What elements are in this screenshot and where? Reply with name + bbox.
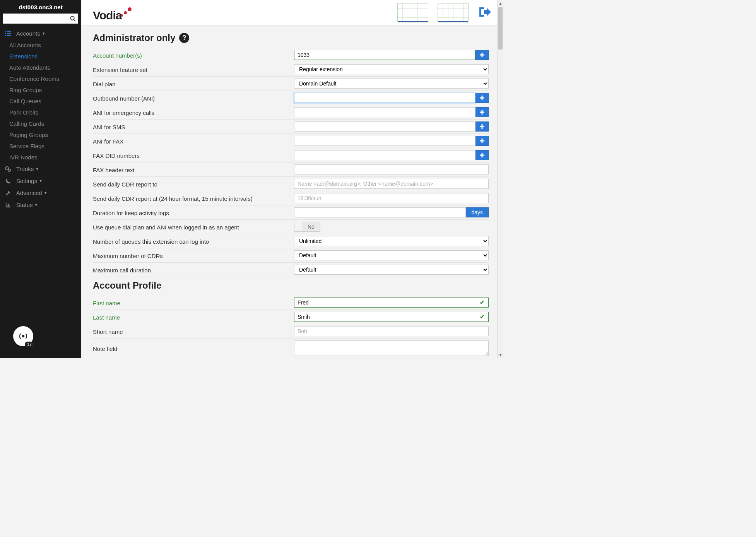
plus-icon bbox=[479, 124, 485, 129]
nav-accounts[interactable]: Accounts ▼ bbox=[0, 27, 81, 39]
nav-settings-label: Settings bbox=[16, 178, 37, 184]
connectivity-count: 17 bbox=[25, 342, 34, 347]
add-outbound-ani-button[interactable] bbox=[475, 93, 489, 103]
nav-advanced-label: Advanced bbox=[16, 190, 42, 196]
calendar-widget-1[interactable] bbox=[397, 3, 428, 22]
ani-emergency-input[interactable] bbox=[294, 107, 475, 117]
max-call-dur-select[interactable]: Default bbox=[294, 265, 489, 275]
sidebar-item-auto-attendants[interactable]: Auto Attendants bbox=[9, 62, 81, 73]
logo-dots-icon bbox=[121, 3, 132, 17]
label-max-cdrs: Maximum number of CDRs bbox=[93, 252, 294, 259]
sidebar-item-paging-groups[interactable]: Paging Groups bbox=[9, 129, 81, 140]
check-icon: ✔ bbox=[480, 299, 485, 306]
label-fax-header: FAX header text bbox=[93, 166, 294, 173]
sidebar-search-input[interactable] bbox=[3, 14, 78, 24]
days-unit: days bbox=[466, 207, 489, 217]
nav-settings[interactable]: Settings ▼ bbox=[0, 175, 81, 187]
caret-down-icon: ▼ bbox=[35, 167, 39, 171]
svg-rect-14 bbox=[10, 205, 10, 207]
svg-rect-23 bbox=[480, 126, 484, 127]
svg-rect-7 bbox=[7, 35, 11, 36]
connectivity-indicator[interactable]: 17 bbox=[13, 326, 33, 346]
account-numbers-input[interactable] bbox=[294, 50, 475, 60]
toggle-empty-segment[interactable] bbox=[294, 222, 302, 231]
vodia-logo: Vodia bbox=[93, 3, 132, 22]
svg-rect-13 bbox=[8, 204, 9, 207]
cdr-to-input[interactable] bbox=[294, 179, 489, 189]
short-name-input[interactable] bbox=[294, 326, 489, 336]
keep-logs-input[interactable] bbox=[294, 207, 466, 217]
logout-button[interactable] bbox=[478, 6, 492, 19]
scroll-area[interactable]: Administrator only ? Account number(s) E… bbox=[81, 26, 503, 358]
sidebar-item-park-orbits[interactable]: Park Orbits bbox=[9, 107, 81, 118]
svg-rect-6 bbox=[5, 35, 6, 36]
label-outbound-ani: Outbound number (ANI) bbox=[93, 94, 294, 102]
plus-icon bbox=[479, 95, 485, 101]
sidebar-item-all-accounts[interactable]: All Accounts bbox=[9, 39, 81, 51]
sidebar-item-calling-cards[interactable]: Calling Cards bbox=[9, 118, 81, 129]
main-area: Vodia bbox=[81, 0, 503, 358]
svg-rect-21 bbox=[480, 112, 484, 113]
svg-rect-25 bbox=[480, 140, 484, 142]
label-account-numbers: Account number(s) bbox=[93, 51, 294, 59]
nav-trunks[interactable]: Trunks ▼ bbox=[0, 163, 81, 175]
logo-text: Vodia bbox=[93, 9, 121, 22]
plus-icon bbox=[479, 109, 485, 115]
sidebar-item-call-queues[interactable]: Call Queues bbox=[9, 96, 81, 107]
label-ani-sms: ANI for SMS bbox=[93, 123, 294, 130]
svg-rect-12 bbox=[7, 205, 8, 207]
toggle-no-segment[interactable]: No bbox=[302, 222, 320, 231]
last-name-input[interactable] bbox=[294, 312, 489, 322]
label-short-name: Short name bbox=[93, 328, 294, 335]
dial-plan-select[interactable]: Domain Default bbox=[294, 79, 489, 89]
help-icon[interactable]: ? bbox=[179, 33, 189, 43]
add-account-number-button[interactable] bbox=[475, 50, 489, 60]
ani-fax-input[interactable] bbox=[294, 136, 475, 146]
sidebar-item-service-flags[interactable]: Service Flags bbox=[9, 140, 81, 152]
calendar-widget-2[interactable] bbox=[438, 3, 469, 22]
queue-dial-plan-toggle[interactable]: No bbox=[294, 222, 320, 232]
sidebar-item-conference-rooms[interactable]: Conference Rooms bbox=[9, 73, 81, 84]
svg-rect-17 bbox=[480, 55, 484, 56]
label-max-call-dur: Maximum call duration bbox=[93, 266, 294, 274]
num-queues-select[interactable]: Unlimited bbox=[294, 236, 489, 246]
label-note-field: Note field bbox=[93, 345, 294, 352]
label-dial-plan: Dial plan bbox=[93, 80, 294, 87]
svg-rect-27 bbox=[480, 155, 484, 156]
max-cdrs-select[interactable]: Default bbox=[294, 250, 489, 260]
ani-sms-input[interactable] bbox=[294, 121, 475, 132]
sidebar-item-ivr-nodes[interactable]: IVR Nodes bbox=[9, 152, 81, 163]
svg-rect-4 bbox=[5, 33, 6, 34]
outbound-ani-input[interactable] bbox=[294, 93, 475, 103]
scroll-thumb[interactable] bbox=[498, 7, 503, 50]
plus-icon bbox=[479, 52, 485, 58]
list-icon bbox=[4, 31, 12, 36]
fax-header-input[interactable] bbox=[294, 164, 489, 174]
feature-set-select[interactable]: Regular extension bbox=[294, 64, 489, 74]
label-keep-logs: Duration for keep activity logs bbox=[93, 209, 294, 216]
svg-rect-5 bbox=[7, 33, 11, 34]
note-field-textarea[interactable] bbox=[294, 340, 489, 356]
svg-rect-3 bbox=[7, 31, 11, 32]
add-ani-fax-button[interactable] bbox=[475, 136, 489, 146]
nav-status[interactable]: Status ▼ bbox=[0, 199, 81, 211]
scroll-down-icon[interactable]: ▼ bbox=[498, 352, 503, 358]
sidebar: dst003.onc3.net Accounts ▼ All Accounts … bbox=[0, 0, 81, 358]
section-heading-admin: Administrator only ? bbox=[93, 32, 489, 43]
nav-advanced[interactable]: Advanced ▼ bbox=[0, 187, 81, 199]
cdr-at-input[interactable] bbox=[294, 193, 489, 203]
add-ani-emergency-button[interactable] bbox=[475, 107, 489, 117]
add-ani-sms-button[interactable] bbox=[475, 121, 489, 132]
plus-icon bbox=[479, 152, 485, 158]
search-icon[interactable] bbox=[69, 15, 77, 22]
sidebar-item-ring-groups[interactable]: Ring Groups bbox=[9, 84, 81, 96]
svg-point-15 bbox=[22, 335, 25, 338]
first-name-input[interactable] bbox=[294, 298, 489, 308]
nav-accounts-label: Accounts bbox=[16, 30, 40, 37]
scroll-up-icon[interactable]: ▲ bbox=[498, 0, 503, 6]
sidebar-item-extensions[interactable]: Extensions bbox=[9, 51, 81, 62]
fax-did-input[interactable] bbox=[294, 150, 475, 160]
add-fax-did-button[interactable] bbox=[475, 150, 489, 160]
scrollbar[interactable]: ▲ ▼ bbox=[497, 0, 503, 358]
domain-title: dst003.onc3.net bbox=[0, 0, 81, 14]
